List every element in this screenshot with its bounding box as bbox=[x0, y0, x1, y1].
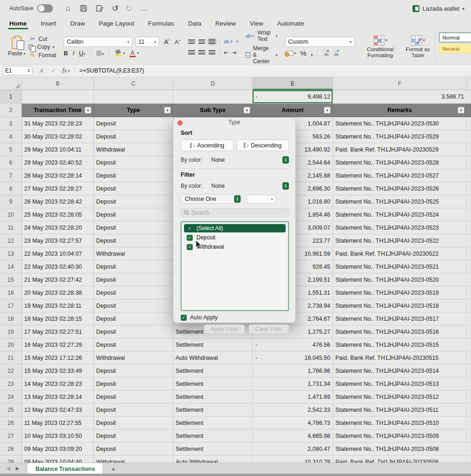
cell-remarks[interactable]: Statement No.. TH1JHJP4AI-2023-0509 bbox=[333, 430, 467, 443]
cell-remarks[interactable]: Paid. Bank Ref. TH1JHJP4AI-20230529 bbox=[333, 143, 467, 156]
cell-subtype[interactable]: Settlement bbox=[173, 403, 253, 416]
cell-type[interactable]: Deposit bbox=[94, 430, 173, 443]
cell-remarks[interactable]: Statement No.. TH1JHJP4AI-2023-0522 bbox=[333, 234, 467, 247]
tab-automate[interactable]: Automate bbox=[277, 20, 304, 31]
cell-subtype[interactable]: Settlement bbox=[173, 390, 253, 403]
cell-type[interactable]: Deposit bbox=[94, 221, 173, 234]
cell-amount[interactable]: -476.56 bbox=[253, 338, 333, 351]
cell-type[interactable]: Deposit bbox=[94, 234, 173, 247]
cell-type[interactable]: Deposit bbox=[94, 416, 173, 430]
number-format-select[interactable]: Custom ▾ bbox=[285, 37, 355, 47]
format-painter-button[interactable]: ✎ Format bbox=[29, 52, 56, 59]
cell-remarks[interactable]: Statement No.. TH1JHJP4AI-2023-0530 bbox=[333, 117, 467, 130]
cell-amount[interactable]: 4,786.73 bbox=[253, 416, 333, 430]
cell-type[interactable]: Deposit bbox=[94, 273, 173, 286]
save-icon[interactable] bbox=[79, 4, 88, 13]
search-input[interactable] bbox=[191, 210, 286, 216]
bold-button[interactable]: B bbox=[64, 50, 68, 57]
cell-remarks[interactable]: Statement No.. TH1JHJP4AI-2023-0514 bbox=[333, 364, 467, 377]
borders-button[interactable]: ⊞▾ bbox=[96, 49, 104, 57]
row-header-27[interactable]: 27 bbox=[0, 430, 22, 443]
cell-type[interactable]: Withdrawal bbox=[94, 456, 173, 463]
filter-dropdown-icon[interactable]: ▼ bbox=[458, 107, 464, 114]
filter-dropdown-icon[interactable]: ▼ bbox=[164, 107, 171, 114]
increase-font-button[interactable]: A^ bbox=[164, 38, 170, 46]
row-header-20[interactable]: 20 bbox=[0, 338, 22, 351]
cell-remarks[interactable]: Statement No.. TH1JHJP4AI-2023-0511 bbox=[333, 403, 467, 416]
cell-time[interactable]: 16 May 2023 02:27:29 bbox=[22, 338, 94, 351]
undo-icon[interactable]: ↺ bbox=[111, 4, 120, 13]
row-header-5[interactable]: 5 bbox=[0, 143, 22, 156]
cell-time[interactable]: 13 May 2023 02:28:14 bbox=[22, 390, 94, 403]
cell-remarks[interactable]: Statement No.. TH1JHJP4AI-2023-0520 bbox=[333, 273, 467, 286]
row-header-24[interactable]: 24 bbox=[0, 390, 22, 403]
cell-type[interactable]: Deposit bbox=[94, 260, 173, 273]
cell-type[interactable]: Deposit bbox=[94, 312, 173, 325]
cell-subtype[interactable]: Auto Withdrawal bbox=[173, 351, 253, 364]
cell-type[interactable]: Deposit bbox=[94, 377, 173, 390]
cell-amount[interactable]: 1,471.69 bbox=[253, 390, 333, 403]
cell-amount[interactable]: 2,542.33 bbox=[253, 403, 333, 416]
cell-type[interactable]: Withdrawal bbox=[94, 143, 173, 156]
row-header-16[interactable]: 16 bbox=[0, 286, 22, 299]
cell-time[interactable]: 11 May 2023 02:27:55 bbox=[22, 416, 94, 430]
cell-remarks[interactable]: Statement No.. TH1JHJP4AI-2023-0528 bbox=[333, 156, 467, 169]
cell-subtype[interactable]: Settlement bbox=[173, 416, 253, 430]
cell-type[interactable]: Deposit bbox=[94, 325, 173, 338]
percent-style-button[interactable]: % bbox=[301, 49, 307, 57]
align-middle-button[interactable] bbox=[198, 39, 205, 44]
cell-amount[interactable]: 1,766.96 bbox=[253, 364, 333, 377]
cell-remarks[interactable]: Paid. Bank Ref. TH1JHJP4AI-20230522 bbox=[333, 247, 467, 260]
row-header-8[interactable]: 8 bbox=[0, 182, 22, 195]
document-title[interactable]: Lazada.wallet bbox=[422, 5, 459, 12]
cell-D1[interactable] bbox=[173, 90, 253, 104]
clear-filter-button[interactable]: Clear Filter bbox=[249, 324, 289, 334]
apply-filter-button[interactable]: Apply Filter bbox=[204, 324, 245, 334]
filter-by-color-dropdown[interactable]: None ▲▼ bbox=[209, 181, 289, 190]
cell-time[interactable]: 14 May 2023 02:28:23 bbox=[22, 377, 94, 390]
cell-remarks[interactable]: Statement No.. TH1JHJP4AI-2023-0519 bbox=[333, 286, 467, 299]
cell-type[interactable]: Deposit bbox=[94, 443, 173, 456]
row-header-4[interactable]: 4 bbox=[0, 130, 22, 143]
column-header-C[interactable]: C bbox=[94, 77, 173, 90]
sort-ascending-button[interactable]: AZ ↓ Ascending bbox=[181, 139, 234, 151]
cell-type[interactable]: Deposit bbox=[94, 338, 173, 351]
cell-time[interactable]: 17 May 2023 02:27:51 bbox=[22, 325, 94, 338]
insert-function-icon[interactable]: fx bbox=[62, 67, 67, 74]
copy-button[interactable]: Copy ▾ bbox=[29, 44, 56, 50]
table-column-header-type[interactable]: Type▼ bbox=[94, 104, 173, 117]
cell-type[interactable]: Deposit bbox=[94, 364, 173, 377]
cell-B1[interactable] bbox=[22, 90, 94, 104]
cancel-entry-icon[interactable]: ✕ bbox=[39, 67, 44, 74]
fill-color-button[interactable]: ▾ bbox=[115, 50, 125, 56]
cell-remarks[interactable]: Statement No.. TH1JHJP4AI-2023-0515 bbox=[333, 338, 467, 351]
row-header-6[interactable]: 6 bbox=[0, 156, 22, 169]
cell-time[interactable]: 31 May 2023 02:28:23 bbox=[22, 117, 94, 130]
row-header-25[interactable]: 25 bbox=[0, 403, 22, 416]
cell-time[interactable]: 25 May 2023 02:28:05 bbox=[22, 208, 94, 221]
cell-type[interactable]: Deposit bbox=[94, 156, 173, 169]
row-header-13[interactable]: 13 bbox=[0, 247, 22, 260]
cell-type[interactable]: Deposit bbox=[94, 390, 173, 403]
filter-dropdown-icon[interactable]: ▼ bbox=[85, 107, 92, 114]
align-top-button[interactable] bbox=[188, 39, 195, 44]
cell-time[interactable]: 19 May 2023 02:28:11 bbox=[22, 299, 94, 312]
row-header-1[interactable]: 1 bbox=[0, 90, 22, 104]
tab-view[interactable]: View bbox=[250, 20, 263, 31]
cell-remarks[interactable]: Statement No.. TH1JHJP4AI-2023-0510 bbox=[333, 416, 467, 430]
tab-home[interactable]: Home bbox=[9, 20, 27, 31]
cell-remarks[interactable]: Statement No.. TH1JHJP4AI-2023-0508 bbox=[333, 443, 467, 456]
row-header-3[interactable]: 3 bbox=[0, 117, 22, 130]
filter-dropdown-icon[interactable]: ▼ bbox=[324, 107, 331, 114]
checkbox-icon[interactable]: ✓ bbox=[187, 225, 193, 231]
cell-time[interactable]: 29 May 2023 10:04:11 bbox=[22, 143, 94, 156]
row-header-9[interactable]: 9 bbox=[0, 195, 22, 208]
formula-input[interactable]: =+SUBTOTAL(9,E3:E37) bbox=[79, 67, 144, 74]
row-header-22[interactable]: 22 bbox=[0, 364, 22, 377]
italic-button[interactable]: I bbox=[72, 50, 74, 57]
font-color-button[interactable]: A ▾ bbox=[130, 50, 139, 56]
cell-amount[interactable]: -19,045.50 bbox=[253, 351, 333, 364]
row-header-10[interactable]: 10 bbox=[0, 208, 22, 221]
cell-time[interactable]: 23 May 2023 02:27:57 bbox=[22, 234, 94, 247]
row-header-21[interactable]: 21 bbox=[0, 351, 22, 364]
